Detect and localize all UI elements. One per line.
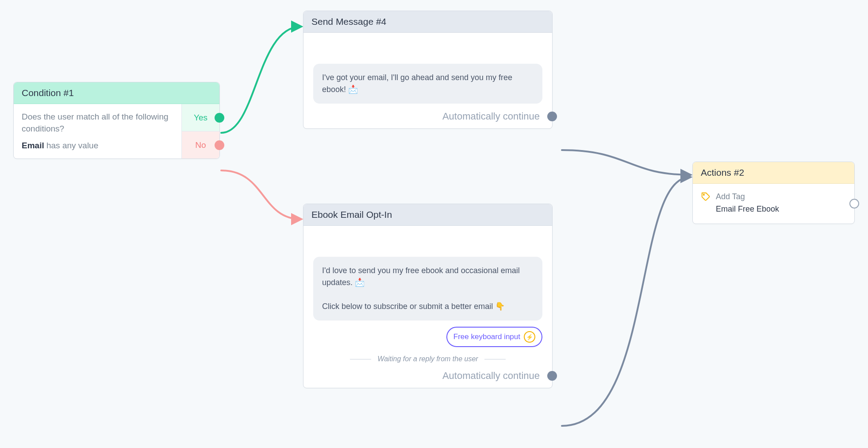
send-message-title: Send Message #4 <box>303 11 552 33</box>
message-bubble: I've got your email, I'll go ahead and s… <box>313 64 542 104</box>
actions-title: Actions #2 <box>693 162 854 184</box>
auto-continue-label: Automatically continue <box>442 111 540 122</box>
optin-node[interactable]: Ebook Email Opt-In I'd love to send you … <box>303 204 553 388</box>
action-label: Add Tag <box>716 192 745 201</box>
optin-bubble: I'd love to send you my free ebook and o… <box>313 257 542 321</box>
chip-label: Free keyboard input <box>453 332 520 341</box>
condition-rule: Email has any value <box>22 141 173 151</box>
actions-output-port[interactable] <box>849 199 859 209</box>
condition-rule-operator: has any value <box>46 141 98 150</box>
condition-title: Condition #1 <box>14 82 219 104</box>
yes-output-port[interactable] <box>215 113 224 123</box>
optin-title: Ebook Email Opt-In <box>303 204 552 226</box>
condition-branch-yes[interactable]: Yes <box>182 104 219 131</box>
condition-question: Does the user match all of the following… <box>22 111 173 135</box>
yes-label: Yes <box>194 113 207 123</box>
optin-auto-continue-row[interactable]: Automatically continue <box>313 370 542 382</box>
send-message-node[interactable]: Send Message #4 I've got your email, I'l… <box>303 11 553 129</box>
waiting-text: Waiting for a reply from the user <box>377 355 478 363</box>
condition-branch-no[interactable]: No <box>182 131 219 158</box>
action-value: Email Free Ebook <box>716 203 779 215</box>
flow-canvas[interactable]: Condition #1 Does the user match all of … <box>0 0 868 448</box>
condition-rule-field: Email <box>22 141 44 150</box>
optin-bubble-line2: Click below to subscribe or submit a bet… <box>322 302 505 311</box>
auto-continue-row[interactable]: Automatically continue <box>313 111 542 122</box>
free-keyboard-input-chip[interactable]: Free keyboard input ⚡ <box>446 327 542 347</box>
no-output-port[interactable] <box>215 140 224 150</box>
optin-output-port[interactable] <box>547 371 557 381</box>
svg-point-0 <box>703 194 704 195</box>
bolt-icon: ⚡ <box>524 331 535 343</box>
optin-bubble-line1: I'd love to send you my free ebook and o… <box>322 266 520 287</box>
tag-icon <box>701 192 711 203</box>
waiting-indicator: Waiting for a reply from the user <box>313 355 542 363</box>
send-message-output-port[interactable] <box>547 112 557 121</box>
optin-auto-continue-label: Automatically continue <box>442 370 540 382</box>
no-label: No <box>195 140 206 150</box>
condition-node[interactable]: Condition #1 Does the user match all of … <box>13 82 220 159</box>
actions-node[interactable]: Actions #2 Add Tag Email Free Ebook <box>692 162 855 224</box>
